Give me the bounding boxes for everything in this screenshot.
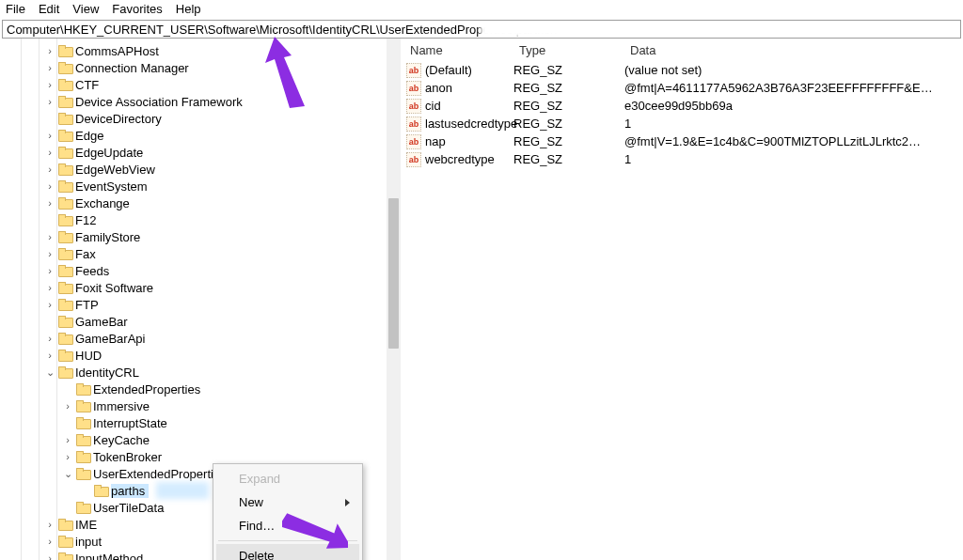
- tree-item[interactable]: ›Fax: [0, 245, 401, 262]
- tree-item[interactable]: ›GameBarApi: [0, 330, 401, 347]
- folder-icon: [58, 231, 71, 242]
- chevron-right-icon[interactable]: ›: [61, 431, 74, 448]
- string-value-icon: ab: [406, 134, 421, 149]
- string-value-icon: ab: [406, 117, 421, 132]
- chevron-right-icon[interactable]: ›: [43, 262, 56, 279]
- chevron-right-icon[interactable]: ›: [43, 296, 56, 313]
- folder-icon: [58, 366, 71, 378]
- tree-item-label: CTF: [75, 78, 99, 92]
- value-row[interactable]: abnapREG_SZ@fmt|V=1.9&E=1c4b&C=900TMlZTO…: [401, 132, 963, 150]
- tree-item[interactable]: ›Foxit Software: [0, 279, 401, 296]
- chevron-down-icon[interactable]: ⌄: [61, 465, 74, 482]
- chevron-right-icon[interactable]: ›: [43, 279, 56, 296]
- string-value-icon: ab: [406, 99, 421, 114]
- value-type: REG_SZ: [513, 134, 624, 148]
- chevron-right-icon[interactable]: ›: [43, 347, 56, 364]
- chevron-right-icon[interactable]: ›: [61, 448, 74, 465]
- tree-scrollbar[interactable]: [387, 39, 401, 560]
- tree-item[interactable]: ›CommsAPHost: [0, 42, 401, 59]
- tree-item-label: Immersive: [93, 399, 150, 413]
- col-name[interactable]: Name: [401, 43, 513, 57]
- tree-item[interactable]: ›F12: [0, 211, 401, 228]
- value-name: lastusedcredtype: [425, 117, 517, 131]
- chevron-right-icon[interactable]: ›: [43, 144, 56, 161]
- tree-item[interactable]: ›Device Association Framework: [0, 93, 401, 110]
- menu-help[interactable]: Help: [176, 2, 201, 16]
- registry-values-list[interactable]: ab(Default)REG_SZ(value not set)abanonRE…: [401, 61, 963, 168]
- chevron-right-icon[interactable]: ›: [43, 76, 56, 93]
- tree-item-label: EdgeUpdate: [75, 146, 143, 160]
- string-value-icon: ab: [406, 81, 421, 96]
- folder-icon: [58, 248, 71, 259]
- chevron-right-icon[interactable]: ›: [61, 397, 74, 414]
- chevron-right-icon[interactable]: ›: [43, 59, 56, 76]
- tree-item[interactable]: ›EventSystem: [0, 178, 401, 194]
- folder-icon: [76, 417, 89, 428]
- chevron-right-icon[interactable]: ›: [43, 550, 56, 560]
- tree-item[interactable]: ›EdgeWebView: [0, 161, 401, 178]
- col-type[interactable]: Type: [513, 43, 624, 57]
- chevron-right-icon[interactable]: ›: [43, 330, 56, 347]
- col-data[interactable]: Data: [624, 43, 963, 57]
- tree-item-label: Exchange: [75, 196, 130, 210]
- tree-item[interactable]: ›Connection Manager: [0, 59, 401, 76]
- value-row[interactable]: ablastusedcredtypeREG_SZ1: [401, 115, 963, 132]
- tree-item-label: EdgeWebView: [75, 163, 155, 177]
- folder-icon: [58, 197, 71, 209]
- folder-icon: [58, 214, 71, 226]
- chevron-right-icon[interactable]: ›: [43, 127, 56, 144]
- folder-icon: [58, 552, 71, 560]
- tree-item[interactable]: ›KeyCache: [0, 431, 401, 448]
- tree-item-label: InterruptState: [93, 416, 167, 430]
- tree-item-label: Feeds: [75, 264, 109, 278]
- tree-item[interactable]: ›Edge: [0, 127, 401, 144]
- registry-values-pane: Name Type Data ab(Default)REG_SZ(value n…: [401, 39, 963, 560]
- value-data: (value not set): [624, 63, 963, 77]
- value-row[interactable]: abanonREG_SZ@fmt|A=4611177A5962A3B76A3F2…: [401, 79, 963, 97]
- tree-item[interactable]: ›CTF: [0, 76, 401, 93]
- value-row[interactable]: abcidREG_SZe30cee99d95bb69a: [401, 97, 963, 115]
- chevron-right-icon[interactable]: ›: [43, 194, 56, 211]
- tree-item[interactable]: ⌄IdentityCRL: [0, 364, 401, 381]
- tree-item-label: Connection Manager: [75, 61, 189, 75]
- chevron-right-icon[interactable]: ›: [43, 228, 56, 245]
- value-type: REG_SZ: [513, 99, 624, 113]
- tree-item[interactable]: ›FamilyStore: [0, 228, 401, 245]
- folder-icon: [58, 316, 71, 327]
- tree-item[interactable]: ›GameBar: [0, 313, 401, 330]
- menu-file[interactable]: File: [6, 2, 25, 16]
- tree-item[interactable]: ›ExtendedProperties: [0, 381, 401, 397]
- value-type: REG_SZ: [513, 152, 624, 166]
- menu-favorites[interactable]: Favorites: [112, 2, 162, 16]
- folder-icon: [58, 333, 71, 344]
- menu-edit[interactable]: Edit: [39, 2, 59, 16]
- tree-item[interactable]: ›Feeds: [0, 262, 401, 279]
- tree-item[interactable]: ›FTP: [0, 296, 401, 313]
- chevron-right-icon[interactable]: ›: [43, 42, 56, 59]
- chevron-right-icon[interactable]: ›: [43, 245, 56, 262]
- address-bar[interactable]: Computer\HKEY_CURRENT_USER\Software\Micr…: [2, 20, 961, 39]
- tree-item[interactable]: ›InterruptState: [0, 414, 401, 431]
- tree-item[interactable]: ›HUD: [0, 347, 401, 364]
- tree-item-label: UserTileData: [93, 501, 164, 515]
- list-header[interactable]: Name Type Data: [401, 39, 963, 61]
- chevron-right-icon[interactable]: ›: [43, 533, 56, 550]
- value-row[interactable]: abwebcredtypeREG_SZ1: [401, 150, 963, 168]
- tree-item[interactable]: ›Immersive: [0, 397, 401, 414]
- tree-item[interactable]: ›Exchange: [0, 194, 401, 211]
- chevron-right-icon[interactable]: ›: [43, 178, 56, 194]
- chevron-right-icon[interactable]: ›: [43, 516, 56, 533]
- annotation-arrow-top: [256, 31, 322, 114]
- tree-item[interactable]: ›DeviceDirectory: [0, 110, 401, 127]
- chevron-down-icon[interactable]: ⌄: [43, 364, 56, 381]
- chevron-right-icon[interactable]: ›: [43, 161, 56, 178]
- tree-item-label: input: [75, 535, 102, 549]
- tree-item[interactable]: ›EdgeUpdate: [0, 144, 401, 161]
- value-row[interactable]: ab(Default)REG_SZ(value not set): [401, 61, 963, 79]
- menu-view[interactable]: View: [72, 2, 99, 16]
- folder-icon: [58, 96, 71, 107]
- chevron-right-icon[interactable]: ›: [43, 93, 56, 110]
- folder-icon: [58, 265, 71, 276]
- folder-icon: [76, 502, 89, 513]
- scroll-thumb[interactable]: [388, 198, 399, 349]
